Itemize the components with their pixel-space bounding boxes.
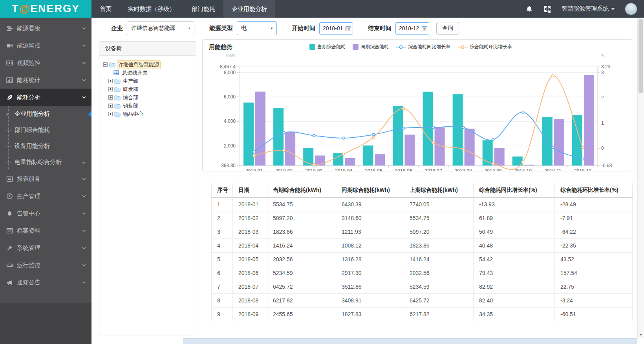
sidebar-item-9[interactable]: 档案资料 <box>0 222 91 239</box>
archive-icon <box>6 228 13 234</box>
scrollbar-thumb[interactable] <box>639 19 643 93</box>
table-row[interactable]: 12018-015534.756430.397740.05-13.93-28.4… <box>212 198 633 211</box>
table-cell: 5534.75 <box>404 211 474 225</box>
tree-node-root[interactable]: 许继信息智慧能源 <box>103 60 194 69</box>
notification-bell-icon[interactable] <box>525 5 533 13</box>
sidebar-item-8[interactable]: 告警中心 <box>0 205 91 222</box>
folder-icon <box>114 87 121 92</box>
nav-tab-1[interactable]: 首页 <box>91 0 120 18</box>
query-button[interactable]: 查询 <box>436 22 459 35</box>
expand-icon[interactable] <box>108 95 113 100</box>
device-tree-panel: 设备树 许继信息智慧能源总进线开关生产部研发部综合部销售部物品中心 <box>99 41 196 335</box>
tree-node-5[interactable]: 销售部 <box>103 102 194 110</box>
sidebar-item-3[interactable]: 视频监控 <box>0 54 91 71</box>
table-cell: 6425.72 <box>267 280 336 294</box>
table-cell: 5097.20 <box>404 225 474 239</box>
top-bar-right: 智慧能源管理系统 <box>525 0 644 18</box>
table-row[interactable]: 72018-076425.723512.865234.5982.9222.75 <box>212 280 633 294</box>
svg-text:2018-03: 2018-03 <box>305 168 322 171</box>
chevron-down-icon <box>81 77 87 83</box>
logo-text-energy: ENERGY <box>30 3 80 15</box>
scrollbar-down-button[interactable] <box>638 331 644 338</box>
sidebar-subitem-1[interactable]: »企业用能分析 <box>0 106 91 122</box>
clock-icon <box>6 193 13 200</box>
sidebar-item-2[interactable]: 能源监控 <box>0 37 91 54</box>
expand-icon[interactable] <box>108 79 113 83</box>
table-cell: -13.93 <box>474 198 555 211</box>
sidebar: 能源看板能源监控视频监控能耗统计能耗分析»企业用能分析···部门综合能耗···设… <box>0 18 91 344</box>
table-cell: 1823.86 <box>404 239 474 253</box>
folder-icon <box>114 78 121 84</box>
tree-node-1[interactable]: 总进线开关 <box>103 69 194 77</box>
svg-text:3.23: 3.23 <box>601 64 611 69</box>
tree-root-label[interactable]: 许继信息智慧能源 <box>117 60 161 69</box>
tree-node-6[interactable]: 物品中心 <box>103 110 194 118</box>
nav-tab-2[interactable]: 实时数据（秒级） <box>120 0 183 18</box>
table-row[interactable]: 82018-086217.823408.916425.7282.40-3.24 <box>212 294 633 308</box>
table-row[interactable]: 52018-052032.561316.281416.2454.4243.52 <box>212 253 633 266</box>
folder-icon <box>109 62 115 67</box>
collapse-icon[interactable] <box>103 62 108 67</box>
sidebar-subitem-3[interactable]: ···设备用能分析 <box>0 138 91 154</box>
tree-node-2[interactable]: 生产部 <box>103 77 194 85</box>
vertical-scrollbar[interactable] <box>637 18 644 338</box>
wrench-icon <box>6 245 13 251</box>
chevron-down-icon <box>81 245 87 251</box>
svg-text:8,000: 8,000 <box>224 70 236 75</box>
nav-tab-3[interactable]: 部门能耗 <box>183 0 223 18</box>
table-row[interactable]: 22018-025097.203148.605534.7561.89-7.91 <box>212 211 633 225</box>
system-title-menu[interactable]: 智慧能源管理系统 <box>562 5 615 13</box>
sidebar-subitem-4[interactable]: ···电量指标综合分析 <box>0 154 91 170</box>
expand-icon[interactable] <box>108 104 113 108</box>
svg-text:2018-07: 2018-07 <box>425 168 442 171</box>
sidebar-item-10[interactable]: 系统管理 <box>0 239 91 257</box>
table-cell: 2018-03 <box>233 225 267 239</box>
fullscreen-icon[interactable] <box>543 5 551 13</box>
sidebar-item-4[interactable]: 能耗统计 <box>0 71 91 89</box>
megaphone-icon <box>6 279 13 286</box>
double-arrow-icon: » <box>6 112 9 116</box>
energy-trend-card: 用能趋势 当期综合能耗同期综合能耗综合能耗同比增长率综合能耗环比增长率 393.… <box>202 39 632 171</box>
table-row[interactable]: 42018-041416.241008.121823.8640.48-22.35 <box>212 239 633 253</box>
table-cell: 50.49 <box>474 225 555 239</box>
sidebar-subitem-2[interactable]: ···部门综合能耗 <box>0 122 91 138</box>
svg-text:2018-11: 2018-11 <box>544 168 561 171</box>
camera-icon <box>6 42 13 49</box>
table-row[interactable]: 62018-065234.592917.302032.5679.43157.54 <box>212 266 633 280</box>
tree-node-3[interactable]: 研发部 <box>103 85 194 93</box>
table-cell: 3 <box>212 225 233 239</box>
svg-text:8,467.4: 8,467.4 <box>220 64 236 69</box>
sidebar-item-1[interactable]: 能源看板 <box>0 20 91 37</box>
end-time-label: 结束时间 <box>368 25 392 32</box>
avatar[interactable] <box>625 3 637 15</box>
end-time-input[interactable]: 2018-12 <box>395 22 429 35</box>
table-cell: -28.49 <box>555 198 633 211</box>
horizontal-scrollbar[interactable] <box>183 338 637 344</box>
start-time-input[interactable]: 2018-01 <box>319 22 353 35</box>
table-cell: -7.91 <box>555 211 633 225</box>
expand-icon[interactable] <box>108 87 113 91</box>
company-select[interactable]: 许继信息智慧能源 ▼ <box>127 21 194 35</box>
table-cell: 1416.24 <box>267 239 336 253</box>
energy-trend-chart: 393.852,0004,0006,0008,0008,467.4-0.6801… <box>203 40 632 173</box>
expand-icon[interactable] <box>108 112 113 116</box>
table-row[interactable]: 92018-092455.651827.836217.8234.35-60.51 <box>212 308 633 321</box>
company-label: 企业 <box>111 25 123 32</box>
sidebar-item-11[interactable]: 运行监控 <box>0 257 91 274</box>
tree-node-4[interactable]: 综合部 <box>103 93 194 102</box>
svg-text:393.85: 393.85 <box>221 163 236 168</box>
svg-text:2018-10: 2018-10 <box>514 168 532 171</box>
sidebar-item-7[interactable]: 生产管理 <box>0 187 91 205</box>
sidebar-item-5[interactable]: 能耗分析 <box>0 89 91 106</box>
energy-type-select[interactable]: 电 ▼ <box>237 21 277 35</box>
sidebar-menu: 能源看板能源监控视频监控能耗统计能耗分析»企业用能分析···部门综合能耗···设… <box>0 18 91 291</box>
table-col-header-4: 同期综合能耗(kWh) <box>336 183 404 198</box>
end-time-value: 2018-12 <box>399 25 419 31</box>
table-cell: 2018-08 <box>233 294 267 308</box>
table-row[interactable]: 32018-031823.861211.935097.2050.49-64.22 <box>212 225 633 239</box>
sidebar-item-6[interactable]: 报表服务 <box>0 170 91 187</box>
table-cell: 6217.82 <box>404 308 474 321</box>
nav-tab-4[interactable]: 企业用能分析 <box>223 0 275 18</box>
table-cell: 2018-01 <box>233 198 267 211</box>
sidebar-item-12[interactable]: 通知公告 <box>0 274 91 291</box>
